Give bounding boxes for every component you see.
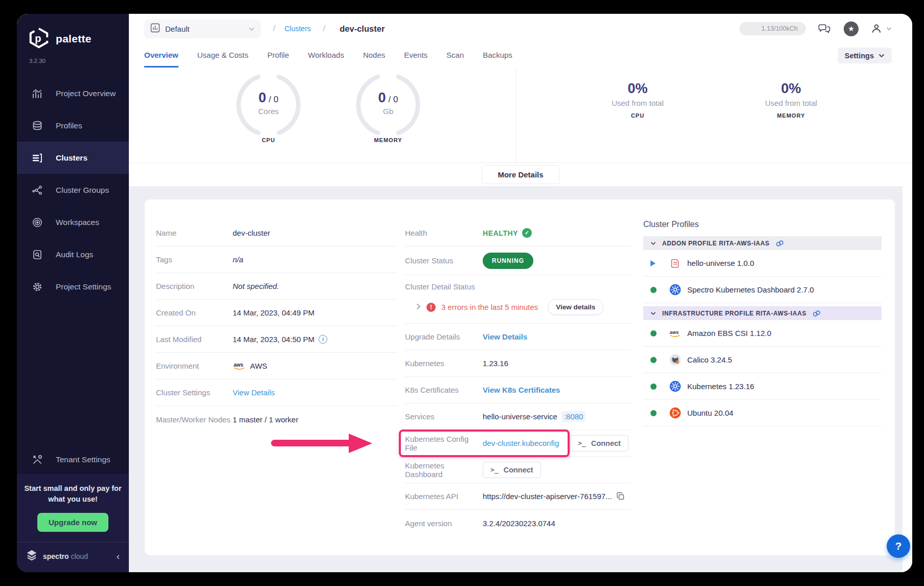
dashboard-connect-button[interactable]: >_ Connect xyxy=(483,462,541,478)
profile-item-hello-universe[interactable]: hello-universe 1.0.0 xyxy=(643,250,882,277)
help-button[interactable]: ? xyxy=(887,534,910,558)
app-version: 3.2.30 xyxy=(17,51,129,77)
status-row-services: Services hello-universe-service :8080 xyxy=(405,403,631,430)
api-url: https://dev-cluster-apiserver-761597... xyxy=(483,492,612,501)
healthy-status-dot xyxy=(650,357,664,363)
services-value: hello-universe-service :8080 xyxy=(483,411,585,422)
k8s-certificates-link[interactable]: View K8s Certificates xyxy=(483,386,560,394)
settings-button[interactable]: Settings xyxy=(838,48,892,63)
tabs-row: Overview Usage & Costs Profile Workloads… xyxy=(129,43,912,67)
usage-stats-panel: 0% Used from total CPU 0% Used from tota… xyxy=(516,67,912,163)
profile-item-spectro-dashboard[interactable]: Spectro Kubernetes Dashboard 2.7.0 xyxy=(643,277,882,303)
status-row-k8s-certs: K8s Certificates View K8s Certificates xyxy=(405,377,631,403)
info-row-modified: Last Modified 14 Mar, 2023, 04:50 PM i xyxy=(156,326,397,353)
detail-status-label: Cluster Detail Status xyxy=(405,282,631,291)
upgrade-details-link[interactable]: View Details xyxy=(483,332,527,341)
tab-events[interactable]: Events xyxy=(404,43,427,67)
tab-workloads[interactable]: Workloads xyxy=(308,43,344,67)
profile-item-kubernetes[interactable]: Kubernetes 1.23.16 xyxy=(643,373,882,400)
row-label: Description xyxy=(156,282,233,290)
cluster-profiles-column: Cluster Profiles ADDON PROFILE RITA-AWS-… xyxy=(643,220,882,543)
topbar: Default / Clusters / dev-cluster 1.13/10… xyxy=(129,14,912,43)
health-text: HEALTHY xyxy=(483,229,518,237)
addon-profile-header[interactable]: ADDON PROFILE RITA-AWS-IAAS xyxy=(643,236,882,250)
error-summary-row: ! 3 errors in the last 5 minutes View de… xyxy=(405,299,631,315)
memory-usage-caption: Used from total xyxy=(745,99,837,107)
agent-version-value: 3.2.4/20230223.0744 xyxy=(483,519,555,528)
sidebar-item-label: Profiles xyxy=(56,121,82,130)
healthy-status-dot xyxy=(650,287,664,293)
sidebar-item-label: Cluster Groups xyxy=(56,186,109,195)
healthy-status-dot xyxy=(650,410,664,416)
svg-text:aws: aws xyxy=(234,362,243,368)
sidebar-item-label: Project Settings xyxy=(56,282,111,291)
main-area: Default / Clusters / dev-cluster 1.13/10… xyxy=(129,14,912,572)
tab-usage-costs[interactable]: Usage & Costs xyxy=(197,43,249,67)
sidebar-item-project-settings[interactable]: Project Settings xyxy=(17,271,129,303)
sidebar-item-cluster-groups[interactable]: Cluster Groups xyxy=(17,174,129,206)
tab-overview[interactable]: Overview xyxy=(144,43,178,67)
cpu-usage-caption: Used from total xyxy=(592,99,684,107)
link-icon[interactable] xyxy=(776,240,784,247)
profile-item-calico[interactable]: Calico 3.24.5 xyxy=(643,347,882,373)
row-label: Created On xyxy=(156,308,233,317)
tab-profile[interactable]: Profile xyxy=(267,43,289,67)
sidebar-spacer xyxy=(17,303,129,445)
sidebar-item-clusters[interactable]: Clusters xyxy=(17,142,129,174)
cluster-settings-link[interactable]: View Details xyxy=(233,388,275,397)
brand-name: palette xyxy=(56,33,92,45)
status-row-kubernetes: Kubernetes 1.23.16 xyxy=(405,350,631,377)
breadcrumb-clusters-link[interactable]: Clusters xyxy=(284,25,310,33)
service-port-link[interactable]: :8080 xyxy=(561,411,586,422)
health-value: HEALTHY ✓ xyxy=(483,228,532,238)
environment-value: aws AWS xyxy=(233,362,267,370)
connect-label: Connect xyxy=(504,466,533,474)
gauge-ring xyxy=(355,72,421,138)
metrics-section: 0/ 0 Cores CPU 0/ 0 Gb xyxy=(129,67,912,186)
sidebar-item-project-overview[interactable]: Project Overview xyxy=(17,77,129,109)
tab-scan[interactable]: Scan xyxy=(446,43,464,67)
row-label: Cluster Settings xyxy=(156,388,233,397)
profile-item-ebs-csi[interactable]: aws Amazon EBS CSI 1.12.0 xyxy=(643,320,882,347)
chevron-right-icon[interactable] xyxy=(416,303,421,311)
svg-text:aws: aws xyxy=(670,330,679,335)
cluster-status-column: Health HEALTHY ✓ Cluster Status RUNNING … xyxy=(405,220,631,543)
sidebar-item-tenant-settings[interactable]: Tenant Settings xyxy=(17,445,129,474)
infrastructure-profile-header[interactable]: INFRASTRUCTURE PROFILE RITA-AWS-IAAS xyxy=(643,306,882,320)
info-icon[interactable]: i xyxy=(319,335,327,344)
sidebar-item-workspaces[interactable]: Workspaces xyxy=(17,206,129,238)
sidebar-item-label: Project Overview xyxy=(56,89,116,98)
scrollbar-track[interactable] xyxy=(903,186,912,572)
audit-log-icon xyxy=(31,249,43,261)
cluster-detail-status-block: Cluster Detail Status ! 3 errors in the … xyxy=(405,275,631,324)
clusters-icon xyxy=(31,152,43,164)
cpu-usage-metric: CPU xyxy=(592,112,684,119)
terminal-icon: >_ xyxy=(490,466,499,474)
kubeconfig-download-link[interactable]: dev-cluster.kubeconfig xyxy=(483,439,559,447)
more-details-button[interactable]: More Details xyxy=(482,165,559,184)
row-label: Services xyxy=(405,412,483,421)
kubernetes-icon xyxy=(669,284,681,296)
copy-icon[interactable] xyxy=(616,492,625,501)
link-icon[interactable] xyxy=(813,310,821,317)
sidebar-item-audit-logs[interactable]: Audit Logs xyxy=(17,238,129,271)
view-error-details-button[interactable]: View details xyxy=(548,299,603,315)
profile-item-label: Ubuntu 20.04 xyxy=(687,409,733,417)
profile-group-name: ADDON PROFILE RITA-AWS-IAAS xyxy=(662,240,770,247)
tab-backups[interactable]: Backups xyxy=(483,43,512,67)
healthy-status-dot xyxy=(650,330,664,336)
profile-item-ubuntu[interactable]: Ubuntu 20.04 xyxy=(643,400,882,426)
star-avatar-icon[interactable]: ★ xyxy=(844,21,859,36)
upgrade-now-button[interactable]: Upgrade now xyxy=(37,513,108,532)
chat-icon[interactable] xyxy=(818,22,831,35)
sidebar-item-profiles[interactable]: Profiles xyxy=(17,109,129,142)
kubectl-connect-button[interactable]: >_ Connect xyxy=(570,435,628,452)
sidebar-item-label: Workspaces xyxy=(56,218,99,227)
project-selector[interactable]: Default xyxy=(144,19,261,38)
cluster-details-card: Name dev-cluster Tags n/a Description No… xyxy=(145,199,895,555)
user-menu[interactable] xyxy=(871,23,892,34)
tab-nodes[interactable]: Nodes xyxy=(363,43,385,67)
sidebar-collapse-icon[interactable]: ‹ xyxy=(117,551,120,562)
profile-item-label: Amazon EBS CSI 1.12.0 xyxy=(687,329,771,337)
kubernetes-version-value: 1.23.16 xyxy=(483,359,508,368)
